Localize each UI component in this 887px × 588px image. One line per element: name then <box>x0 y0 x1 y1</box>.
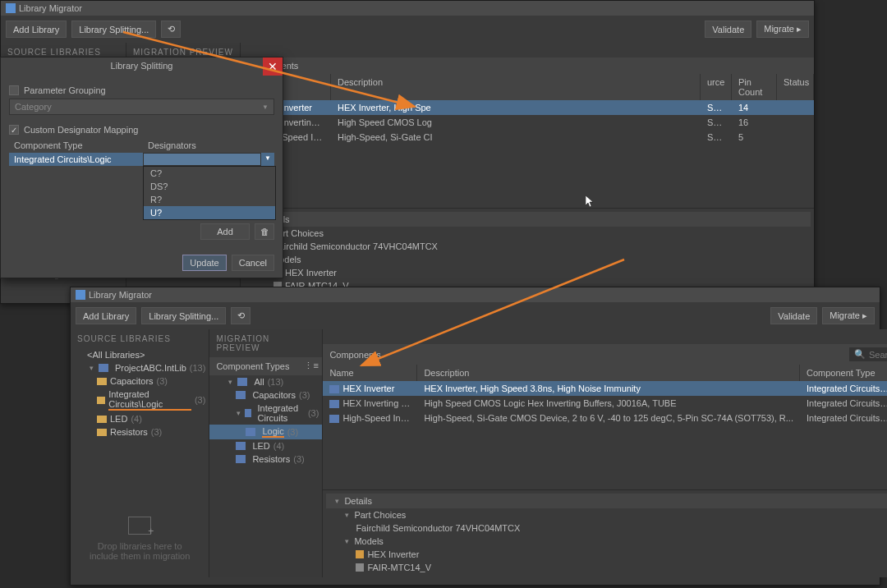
type-led[interactable]: LED (4) <box>209 439 322 452</box>
refresh-button[interactable]: ⟲ <box>161 21 181 38</box>
component-icon <box>329 385 339 393</box>
details-panel: ▾Details ▾Part Choices Fairchild Semicon… <box>241 208 814 296</box>
type-icon <box>237 378 247 386</box>
components-header: Components 🔍 Search <box>323 344 887 365</box>
add-library-button[interactable]: Add Library <box>76 307 136 324</box>
custom-designator-checkbox[interactable]: Custom Designator Mapping <box>9 122 274 138</box>
add-button[interactable]: Add <box>200 223 250 240</box>
mapping-table-header: Component Type Designators <box>9 138 274 153</box>
library-splitting-button[interactable]: Library Splitting... <box>141 307 226 324</box>
toolbar: Add Library Library Splitting... ⟲ Valid… <box>71 302 880 329</box>
component-row[interactable]: HEX Inverter HEX Inverter, High Spe SchL… <box>241 100 814 115</box>
all-libraries-item[interactable]: <All Libraries> <box>71 348 209 361</box>
migrate-button[interactable]: Migrate ▸ <box>756 21 809 38</box>
model-item: HEX Inverter <box>326 548 887 561</box>
folder-icon <box>97 378 107 385</box>
chevron-down-icon: ▼ <box>262 103 269 111</box>
details-header[interactable]: ▾Details <box>244 212 811 227</box>
type-icon <box>236 442 246 450</box>
app-icon <box>6 3 16 13</box>
category-ic-logic[interactable]: Integrated Circuits\Logic (3) <box>71 388 209 412</box>
dropdown-option-u[interactable]: U? <box>144 206 275 219</box>
type-icon <box>236 455 246 463</box>
type-resistors[interactable]: Resistors (3) <box>209 452 322 466</box>
col-pin-count[interactable]: Pin Count <box>732 74 777 100</box>
window-library-migrator-after: Library Migrator Add Library Library Spl… <box>70 287 880 586</box>
type-capacitors[interactable]: Capacitors (3) <box>209 388 322 402</box>
category-select[interactable]: Category ▼ <box>9 99 274 115</box>
components-panel: Components 🔍 Search Name Description Com… <box>323 329 887 577</box>
category-resistors[interactable]: Resistors (3) <box>71 425 209 439</box>
type-ic[interactable]: ▾Integrated Circuits (3) <box>209 402 322 425</box>
parameter-grouping-checkbox[interactable]: Parameter Grouping <box>9 82 274 99</box>
panel-header: SOURCE LIBRARIES <box>71 329 209 348</box>
search-box[interactable]: 🔍 Search <box>849 347 887 361</box>
chevron-down-icon: ▾ <box>226 378 234 386</box>
validate-button[interactable]: Validate <box>770 307 817 324</box>
category-led[interactable]: LED (4) <box>71 412 209 425</box>
library-item[interactable]: ▾ProjectABC.IntLib (13) <box>71 361 209 374</box>
symbol-icon <box>356 550 364 558</box>
part-choices-section[interactable]: ▾Part Choices <box>326 508 887 521</box>
drop-icon <box>128 517 151 535</box>
validate-button[interactable]: Validate <box>705 21 751 38</box>
folder-icon <box>97 416 107 423</box>
library-splitting-button[interactable]: Library Splitting... <box>71 21 156 38</box>
component-row[interactable]: High-Speed Inverter High-Speed, Si-Gate … <box>323 411 887 425</box>
component-row[interactable]: HEX Inverting Buffers High Speed CMOS Lo… <box>323 396 887 411</box>
col-component-type: Component Type <box>9 138 143 153</box>
components-panel: Components Name Description urce Pin Cou… <box>241 43 814 296</box>
drop-zone[interactable]: Drop libraries here to include them in m… <box>71 500 209 577</box>
details-panel: ▾Details ▾Part Choices Fairchild Semicon… <box>323 489 887 577</box>
component-row[interactable]: HEX Inverter HEX Inverter, High Speed 3.… <box>323 381 887 396</box>
refresh-button[interactable]: ⟲ <box>231 307 250 324</box>
col-component-type[interactable]: Component Type <box>800 365 887 381</box>
type-all[interactable]: ▾All (13) <box>209 375 322 388</box>
folder-icon <box>97 397 105 404</box>
cancel-button[interactable]: Cancel <box>232 255 274 271</box>
add-library-button[interactable]: Add Library <box>6 21 67 38</box>
dropdown-option-r[interactable]: R? <box>144 193 275 206</box>
col-designators: Designators <box>143 138 201 153</box>
type-icon <box>245 409 251 417</box>
component-types-panel: MIGRATION PREVIEW Component Types ⋮≡ ▾Al… <box>209 329 323 577</box>
models-section[interactable]: ▾Models <box>326 535 887 548</box>
mapping-row[interactable]: Integrated Circuits\Logic ▼ <box>9 153 274 166</box>
dropdown-option-c[interactable]: C? <box>144 167 275 180</box>
update-button[interactable]: Update <box>182 255 226 271</box>
type-logic[interactable]: Logic (3) <box>209 425 322 439</box>
type-icon <box>246 428 255 436</box>
migrate-button[interactable]: Migrate ▸ <box>822 307 875 324</box>
component-row[interactable]: HEX Inverting Buffers High Speed CMOS Lo… <box>241 115 814 130</box>
grid-header: Name Description urce Pin Count Status <box>241 74 814 100</box>
component-row[interactable]: High-Speed Inverter High-Speed, Si-Gate … <box>241 130 814 145</box>
components-header: Components <box>241 57 814 74</box>
toolbar: Add Library Library Splitting... ⟲ Valid… <box>1 16 814 43</box>
app-title: Library Migrator <box>89 290 152 300</box>
chevron-down-icon: ▾ <box>87 364 95 372</box>
col-description[interactable]: Description <box>331 74 701 100</box>
col-description[interactable]: Description <box>417 365 800 381</box>
delete-button[interactable]: 🗑 <box>255 223 274 240</box>
category-capacitors[interactable]: Capacitors (3) <box>71 374 209 388</box>
part-choice-item: Fairchild Semiconductor 74VHC04MTCX <box>244 240 811 253</box>
details-header[interactable]: ▾Details <box>326 494 887 508</box>
col-name[interactable]: Name <box>323 365 417 381</box>
part-choices-section[interactable]: ▾Part Choices <box>244 227 811 240</box>
col-source[interactable]: urce <box>701 74 732 100</box>
chevron-down-icon[interactable]: ▼ <box>261 153 274 166</box>
type-icon <box>236 391 246 399</box>
app-title: Library Migrator <box>19 3 82 13</box>
model-item: HEX Inverter <box>244 266 811 279</box>
col-status[interactable]: Status <box>777 74 814 100</box>
designator-input[interactable] <box>143 153 261 166</box>
models-section[interactable]: ▾Models <box>244 253 811 266</box>
designator-dropdown: C? DS? R? U? <box>143 166 276 220</box>
model-item: FAIR-MTC14_V <box>326 561 887 574</box>
dialog-titlebar: Library Splitting ✕ <box>1 57 283 74</box>
tree-filter-icon[interactable]: ⋮≡ <box>304 361 315 372</box>
close-button[interactable]: ✕ <box>263 57 283 76</box>
checkbox-icon <box>9 85 19 95</box>
grid-header: Name Description Component Type Folder S… <box>323 365 887 381</box>
dropdown-option-ds[interactable]: DS? <box>144 180 275 193</box>
